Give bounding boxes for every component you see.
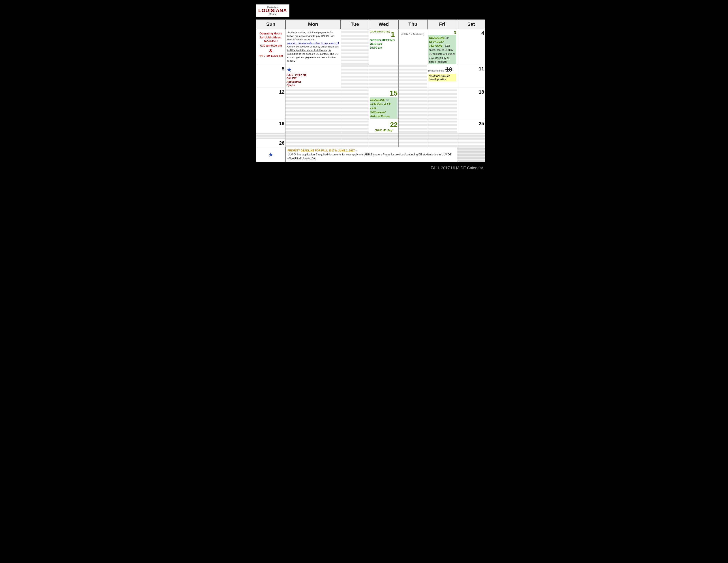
deadline-box-fri: DEADLINE for SPR 2017 TUITION – paid onl…: [428, 35, 456, 64]
footer-row: ★ PRIORITY DEADLINE FOR FALL 2017 is JUN…: [256, 147, 485, 162]
grades-box: Students should check grades: [428, 74, 456, 81]
mardi-gras-label: (ULM Mardi Gras): [370, 30, 390, 33]
week3-wed-date: 15: [370, 89, 398, 97]
spring-meeting: SPRING MEETING ULIB 106 10:00 am: [370, 38, 398, 50]
fall-2017-title: FALL 2017 DE: [286, 73, 340, 77]
week1-fri: 3 DEADLINE for SPR 2017 TUITION – paid o…: [427, 29, 457, 65]
w4e-wed: [369, 133, 399, 139]
w4e-fri: [427, 133, 457, 139]
w4e-mon: [285, 133, 341, 139]
fall-sub1: ONLINE: [286, 77, 340, 80]
calendar-table: Sun Mon Tue Wed Thu Fri Sat Operating Ho…: [256, 19, 485, 162]
week2-mon: ★ FALL 2017 DE ONLINE Application Opens: [285, 65, 341, 88]
payment-text1: Students making individual payments for …: [287, 31, 334, 41]
week3-sun: 12: [256, 88, 285, 120]
week1-row: Operating Hours for ULM offices: MON-THU…: [256, 29, 485, 65]
week3-sat: 18: [457, 88, 485, 120]
week5-sun-date: 26: [257, 140, 285, 146]
fri-spr-title: SPR 2017: [429, 40, 444, 43]
w4e-sat: [457, 133, 485, 139]
payment-text2: Otherwise, a check or money order: [287, 45, 327, 48]
week4-sun-date: 19: [257, 121, 285, 126]
week5-row: 26: [256, 139, 485, 147]
w4e-tue: [341, 133, 369, 139]
footer-body: ULM Online application & required docume…: [287, 153, 364, 156]
wed-refund-text: Refund Forms: [370, 115, 390, 118]
op-line2: for ULM offices:: [258, 36, 284, 39]
fall-sub3: Opens: [286, 84, 340, 87]
week3-mon: [285, 88, 341, 120]
op-amp: &: [258, 48, 284, 54]
logo-louisiana: LOUISIANA: [258, 8, 287, 13]
week3-wed: 15 DEADLINE for SPR 2017 & FY Last Withd…: [369, 88, 399, 120]
week2-fri: (Midterm ends) 10 Students should check …: [427, 65, 457, 88]
wed-spr-text: SPR 2017 & FY: [370, 102, 391, 105]
week1-mon: Students making individual payments for …: [285, 29, 341, 65]
priority-label: PRIORITY: [287, 149, 300, 152]
week5-mon: [285, 139, 341, 147]
week1-wed-date: 1: [391, 30, 395, 38]
week2-row: 5 ★ FALL 2017 DE ONLINE Application Open…: [256, 65, 485, 88]
week4-fri: [427, 120, 457, 133]
header-row: Sun Mon Tue Wed Thu Fri Sat: [256, 19, 485, 29]
col-fri: Fri: [427, 19, 457, 29]
week1-fri-date: 3: [428, 30, 456, 35]
col-mon: Mon: [285, 19, 341, 29]
week2-fri-date: 10: [445, 66, 452, 73]
spr17-midterm: (SPR 17 Midterm): [400, 30, 426, 36]
week3-fri: [427, 88, 457, 120]
week3-sat-date: 18: [458, 89, 484, 95]
wed-for-text: for: [386, 99, 389, 101]
spr-w-day: SPR W day: [370, 128, 398, 132]
fri-deadline-label: DEADLINE: [429, 36, 445, 39]
week3-tue: [341, 88, 369, 120]
wed-deadline-label: DEADLINE: [370, 98, 385, 102]
week1-sun: Operating Hours for ULM offices: MON-THU…: [256, 29, 285, 65]
week1-tue: [341, 29, 369, 65]
week3-sun-date: 12: [257, 89, 285, 95]
week4-thu: [398, 120, 427, 133]
payment-link[interactable]: www.ulm.edu/dualenrollment/how_to_pay_on…: [287, 42, 339, 44]
logo-monroe: Monroe: [258, 13, 287, 15]
col-thu: Thu: [398, 19, 427, 29]
week3-row: 12 15 DEADLINE for SPR 2017 & FY Last Wi…: [256, 88, 485, 120]
op-line3: MON-THU: [258, 39, 284, 43]
week5-tue: [341, 139, 369, 147]
week2-star: ★: [286, 66, 292, 73]
week4-sat-date: 25: [458, 121, 484, 126]
fri-tuition-label: TUITION: [429, 44, 442, 47]
logo: University of LOUISIANA Monroe: [256, 4, 289, 17]
col-sun: Sun: [256, 19, 285, 29]
week1-sat-date: 4: [458, 30, 484, 36]
operating-hours: Operating Hours for ULM offices: MON-THU…: [258, 32, 284, 58]
w4e-sun: [256, 133, 285, 139]
footer-june: JUNE 1, 2017: [338, 149, 355, 152]
week4-row: 19 22 SPR W day 25: [256, 120, 485, 133]
footer-text-cell: PRIORITY DEADLINE FOR FALL 2017 is JUNE …: [285, 147, 457, 162]
payment-text: Students making individual payments for …: [287, 31, 339, 63]
week2-sun-date: 5: [257, 66, 285, 72]
week5-sat: [457, 139, 485, 147]
spring-meeting-loc: ULIB 106: [370, 42, 398, 46]
week1-wed: (ULM Mardi Gras) 1 SPRING MEETING ULIB 1…: [369, 29, 399, 65]
week2-sat-date: 11: [458, 66, 484, 72]
spring-meeting-title: SPRING MEETING: [370, 38, 398, 42]
week5-sun: 26: [256, 139, 285, 147]
week5-wed: [369, 139, 399, 147]
fall-sub2: Application: [286, 80, 340, 84]
week4-wed: 22 SPR W day: [369, 120, 399, 133]
priority-text: PRIORITY DEADLINE FOR FALL 2017 is JUNE …: [287, 148, 455, 160]
deadline-wed-box: DEADLINE for SPR 2017 & FY Last Withdraw…: [370, 97, 398, 119]
week2-sat: 11: [457, 65, 485, 88]
col-wed: Wed: [369, 19, 399, 29]
fri-for-text: for: [446, 36, 449, 39]
footer-star: ★: [268, 151, 274, 158]
op-line5: FRI 7:30-11:30 am: [258, 54, 284, 58]
week2-thu: [398, 65, 427, 88]
footer-for-fall: FOR FALL 2017 is: [315, 149, 338, 152]
week2-tue: [341, 65, 369, 88]
op-line1: Operating Hours: [258, 32, 284, 36]
week4-sat: 25: [457, 120, 485, 133]
priority-deadline-label: DEADLINE: [301, 149, 314, 152]
midterm-ends-label: (Midterm ends): [428, 69, 445, 72]
